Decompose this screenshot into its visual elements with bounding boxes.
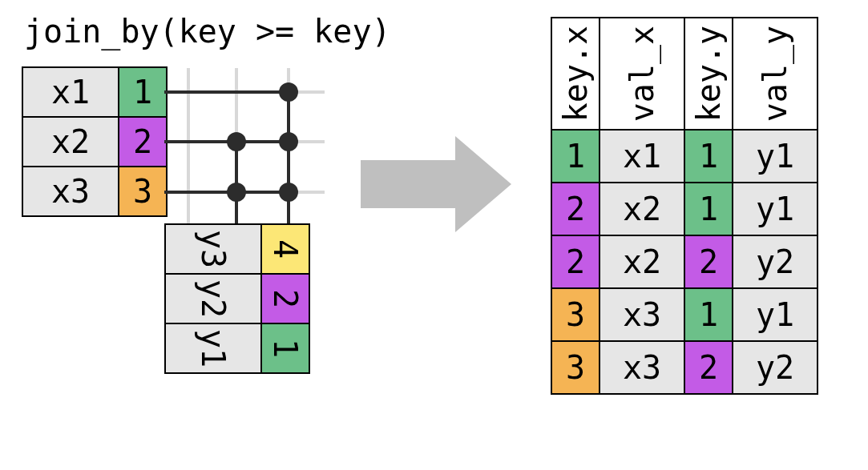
result-header-valy: val_y (732, 17, 818, 131)
svg-point-11 (279, 82, 298, 102)
table-row: y1 (732, 287, 818, 342)
x-key-0: 1 (118, 66, 168, 118)
svg-point-12 (227, 132, 246, 151)
y-key-0: 4 (260, 223, 310, 275)
svg-point-14 (227, 183, 246, 202)
diagram: join_by(key >= key) x1 1 x2 2 x3 3 (0, 0, 868, 470)
table-row: 3 (551, 340, 600, 395)
match-indicator (164, 68, 325, 228)
y-val-2: y1 (164, 323, 262, 374)
table-row: x3 (599, 340, 685, 395)
table-row: 2 (684, 235, 733, 289)
arrow-icon (361, 136, 521, 232)
x-val-2: x3 (22, 166, 119, 217)
y-key-1: 2 (260, 273, 310, 324)
table-row: y2 (732, 340, 818, 395)
table-row: x1 (599, 129, 685, 183)
table-row: 1 (551, 129, 600, 183)
x-val-1: x2 (22, 116, 119, 167)
table-row: 1 (684, 287, 733, 342)
table-row: x2 (599, 235, 685, 289)
table-row: 2 (551, 235, 600, 289)
result-table: key.x val_x key.y val_y 1 x1 1 y1 2 x2 1… (551, 18, 818, 394)
x-val-0: x1 (22, 66, 119, 118)
y-key-2: 1 (260, 323, 310, 374)
svg-point-13 (279, 132, 298, 151)
table-row: 2 (684, 340, 733, 395)
table-row: 1 (684, 182, 733, 236)
y-val-1: y2 (164, 273, 262, 324)
table-row: 2 (551, 182, 600, 236)
table-row: 1 (684, 129, 733, 183)
result-header-valx: val_x (599, 17, 685, 131)
result-header-keyy: key.y (684, 17, 733, 131)
table-row: 3 (551, 287, 600, 342)
result-header-keyx: key.x (551, 17, 600, 131)
table-row: x2 (599, 182, 685, 236)
title: join_by(key >= key) (24, 13, 391, 50)
table-row: y1 (732, 182, 818, 236)
input-table-x: x1 1 x2 2 x3 3 (22, 67, 167, 216)
y-val-0: y3 (164, 223, 262, 275)
svg-point-15 (279, 183, 298, 202)
x-key-1: 2 (118, 116, 168, 167)
x-key-2: 3 (118, 166, 168, 217)
table-row: x3 (599, 287, 685, 342)
table-row: y2 (732, 235, 818, 289)
input-table-y: 4 2 1 y3 y2 y1 (160, 224, 305, 373)
table-row: y1 (732, 129, 818, 183)
